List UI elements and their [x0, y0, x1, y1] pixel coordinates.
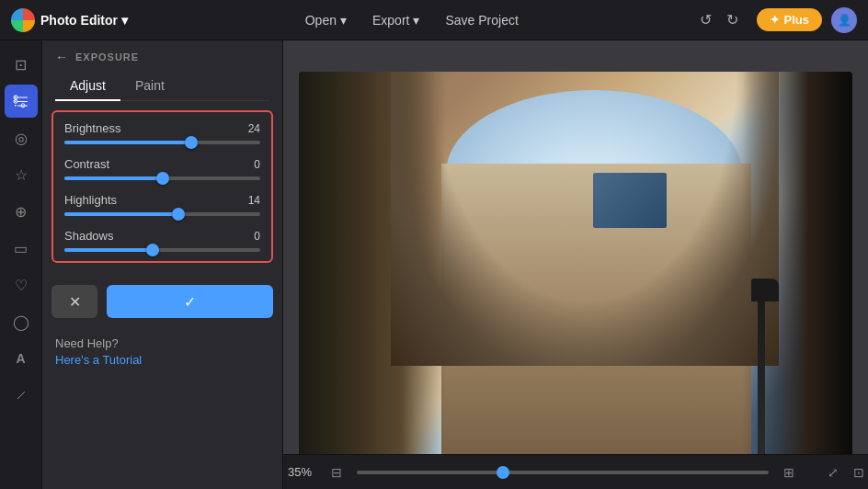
help-text: Need Help? — [55, 336, 119, 350]
zoom-minus-icon: ⊟ — [331, 465, 342, 480]
icon-bar: ⊡ ◎ ☆ ⊕ ▭ ♡ ◯ A ⟋ — [0, 40, 42, 489]
header-right: ✦ Plus 👤 — [757, 7, 857, 33]
highlights-track — [64, 212, 260, 216]
sidebar-item-adjustments[interactable] — [5, 85, 38, 118]
open-label: Open — [305, 13, 337, 28]
save-project-button[interactable]: Save Project — [436, 9, 527, 31]
contrast-track — [64, 176, 260, 180]
zoom-in-button[interactable]: ⊞ — [778, 463, 800, 482]
contrast-fill — [64, 176, 163, 180]
contrast-label-row: Contrast 0 — [64, 157, 260, 171]
canvas-area: 35% ⊟ ⊞ ⤢ ⊡ — [283, 40, 868, 489]
contrast-value: 0 — [254, 158, 260, 171]
shadows-label-row: Shadows 0 — [64, 229, 260, 243]
redo-button[interactable]: ↻ — [723, 7, 742, 32]
app-title[interactable]: Photo Editor ▾ — [40, 13, 128, 28]
export-menu-button[interactable]: Export ▾ — [363, 9, 428, 31]
blue-roof — [593, 173, 667, 228]
highlights-thumb[interactable] — [172, 208, 185, 221]
brightness-thumb[interactable] — [185, 136, 198, 149]
avatar[interactable]: 👤 — [831, 7, 857, 33]
main-area: ⊡ ◎ ☆ ⊕ ▭ ♡ ◯ A ⟋ ← EXPOSURE Adjust Pain… — [0, 40, 868, 489]
tab-paint[interactable]: Paint — [120, 72, 179, 101]
contrast-thumb[interactable] — [156, 172, 169, 185]
export-chevron-icon: ▾ — [413, 13, 419, 28]
shadows-label: Shadows — [64, 229, 113, 243]
lamp-post — [758, 292, 765, 458]
confirm-icon: ✓ — [184, 293, 196, 311]
shadows-fill — [64, 248, 153, 252]
highlights-value: 14 — [248, 194, 260, 207]
highlights-slider-row: Highlights 14 — [64, 193, 260, 216]
cancel-icon: ✕ — [69, 293, 81, 311]
sidebar-item-text[interactable]: A — [5, 342, 38, 375]
adjustment-panel: ← EXPOSURE Adjust Paint Brightness 24 — [42, 40, 283, 489]
app-title-text: Photo Editor — [40, 13, 118, 28]
panel-section-label: EXPOSURE — [75, 51, 139, 63]
shadows-value: 0 — [254, 230, 260, 243]
sidebar-item-frames[interactable]: ▭ — [5, 232, 38, 265]
highlights-label-row: Highlights 14 — [64, 193, 260, 207]
sidebar-item-elements[interactable]: ⊕ — [5, 195, 38, 228]
export-label: Export — [372, 13, 409, 28]
plus-upgrade-button[interactable]: ✦ Plus — [757, 8, 822, 31]
contrast-label: Contrast — [64, 157, 109, 171]
shadows-thumb[interactable] — [146, 244, 159, 256]
help-section: Need Help? Here's a Tutorial — [42, 327, 282, 374]
sidebar-item-image[interactable]: ⊡ — [5, 48, 38, 81]
open-menu-button[interactable]: Open ▾ — [296, 9, 356, 31]
shadows-track — [64, 248, 260, 252]
brightness-value: 24 — [248, 122, 260, 135]
zoom-out-button[interactable]: ⊟ — [326, 463, 348, 482]
photo-container — [299, 72, 852, 458]
back-button[interactable]: ← — [55, 50, 68, 64]
highlights-fill — [64, 212, 178, 216]
arch-left-column — [299, 72, 446, 458]
highlights-label: Highlights — [64, 193, 117, 207]
brightness-fill — [64, 141, 191, 144]
sidebar-item-favorites[interactable]: ♡ — [5, 268, 38, 301]
help-link[interactable]: Here's a Tutorial — [55, 353, 269, 367]
sliders-section: Brightness 24 Contrast 0 — [51, 110, 273, 263]
open-chevron-icon: ▾ — [340, 13, 347, 28]
save-project-label: Save Project — [445, 13, 518, 28]
zoom-plus-icon: ⊞ — [783, 465, 794, 480]
brightness-label: Brightness — [64, 121, 120, 135]
panel-header: ← EXPOSURE — [42, 40, 282, 72]
undo-redo-group: ↺ ↻ — [696, 7, 742, 32]
undo-button[interactable]: ↺ — [696, 7, 715, 32]
header: Photo Editor ▾ Open ▾ Export ▾ Save Proj… — [0, 0, 868, 40]
fit-screen-button[interactable]: ⊡ — [850, 463, 868, 482]
plus-label: Plus — [784, 13, 809, 27]
panel-tabs: Adjust Paint — [55, 72, 269, 101]
confirm-button[interactable]: ✓ — [107, 285, 273, 318]
app-logo-icon — [11, 8, 35, 32]
sidebar-item-stickers[interactable]: ☆ — [5, 158, 38, 191]
bottom-bar: 35% ⊟ ⊞ ⤢ ⊡ — [283, 454, 868, 489]
view-icons: ⤢ ⊡ — [824, 463, 868, 482]
fullscreen-button[interactable]: ⤢ — [824, 463, 842, 482]
lamp-head — [751, 279, 779, 301]
sidebar-item-brush[interactable]: ⟋ — [5, 379, 38, 412]
sidebar-item-shapes[interactable]: ◯ — [5, 305, 38, 338]
avatar-icon: 👤 — [838, 14, 851, 27]
tab-adjust[interactable]: Adjust — [55, 72, 120, 101]
brightness-label-row: Brightness 24 — [64, 121, 260, 135]
contrast-slider-row: Contrast 0 — [64, 157, 260, 180]
zoom-percent-label: 35% — [283, 465, 316, 479]
sidebar-item-effects[interactable]: ◎ — [5, 121, 38, 154]
cancel-button[interactable]: ✕ — [51, 285, 97, 318]
header-menu: Open ▾ Export ▾ Save Project — [143, 9, 681, 31]
photo-display — [299, 72, 852, 458]
brightness-track — [64, 141, 260, 144]
brightness-slider-row: Brightness 24 — [64, 121, 260, 144]
action-buttons: ✕ ✓ — [51, 285, 273, 318]
logo-area: Photo Editor ▾ — [11, 8, 128, 32]
plus-icon: ✦ — [770, 13, 780, 27]
shadows-slider-row: Shadows 0 — [64, 229, 260, 252]
zoom-slider[interactable] — [357, 471, 769, 474]
title-chevron-icon: ▾ — [121, 13, 128, 28]
